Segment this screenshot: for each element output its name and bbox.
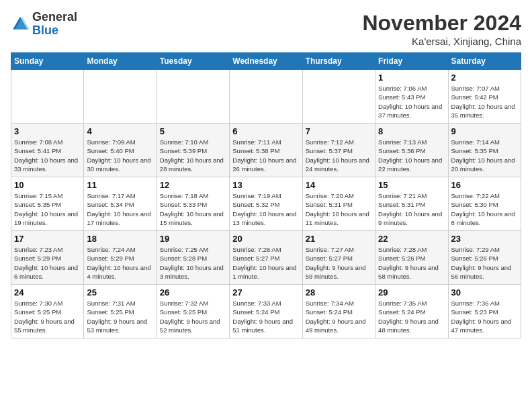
calendar-cell: 26Sunrise: 7:32 AMSunset: 5:25 PMDayligh… xyxy=(157,285,229,338)
calendar-cell: 9Sunrise: 7:14 AMSunset: 5:35 PMDaylight… xyxy=(448,124,521,177)
day-info: Sunrise: 7:31 AMSunset: 5:25 PMDaylight:… xyxy=(87,299,153,334)
day-info: Sunrise: 7:15 AMSunset: 5:35 PMDaylight:… xyxy=(14,191,81,227)
day-number: 10 xyxy=(14,180,81,190)
day-info: Sunrise: 7:26 AMSunset: 5:27 PMDaylight:… xyxy=(232,245,299,281)
day-info: Sunrise: 7:13 AMSunset: 5:36 PMDaylight:… xyxy=(378,138,445,173)
day-info: Sunrise: 7:21 AMSunset: 5:31 PMDaylight:… xyxy=(378,191,445,227)
month-title: November 2024 xyxy=(362,11,521,36)
calendar-cell: 29Sunrise: 7:35 AMSunset: 5:24 PMDayligh… xyxy=(375,285,448,338)
calendar-cell: 18Sunrise: 7:24 AMSunset: 5:29 PMDayligh… xyxy=(84,231,157,285)
day-info: Sunrise: 7:32 AMSunset: 5:25 PMDaylight:… xyxy=(160,299,226,334)
weekday-header-tuesday: Tuesday xyxy=(157,53,229,70)
day-number: 2 xyxy=(451,73,518,83)
calendar-cell: 8Sunrise: 7:13 AMSunset: 5:36 PMDaylight… xyxy=(375,124,448,177)
day-info: Sunrise: 7:19 AMSunset: 5:32 PMDaylight:… xyxy=(232,191,299,227)
day-info: Sunrise: 7:22 AMSunset: 5:30 PMDaylight:… xyxy=(451,191,518,227)
calendar-cell: 6Sunrise: 7:11 AMSunset: 5:38 PMDaylight… xyxy=(230,124,302,177)
day-info: Sunrise: 7:29 AMSunset: 5:26 PMDaylight:… xyxy=(451,245,518,281)
week-row-5: 24Sunrise: 7:30 AMSunset: 5:25 PMDayligh… xyxy=(11,285,521,338)
calendar-table: SundayMondayTuesdayWednesdayThursdayFrid… xyxy=(11,52,521,338)
day-number: 11 xyxy=(87,180,153,190)
calendar-cell: 16Sunrise: 7:22 AMSunset: 5:30 PMDayligh… xyxy=(448,177,521,231)
day-info: Sunrise: 7:18 AMSunset: 5:33 PMDaylight:… xyxy=(160,191,226,227)
day-number: 28 xyxy=(306,287,372,298)
calendar-cell: 24Sunrise: 7:30 AMSunset: 5:25 PMDayligh… xyxy=(11,285,84,338)
weekday-header-sunday: Sunday xyxy=(11,53,84,70)
day-number: 4 xyxy=(87,126,153,136)
weekday-header-friday: Friday xyxy=(375,53,448,70)
day-info: Sunrise: 7:12 AMSunset: 5:37 PMDaylight:… xyxy=(306,138,372,173)
weekday-header-wednesday: Wednesday xyxy=(230,53,302,70)
day-number: 27 xyxy=(232,287,299,298)
day-number: 17 xyxy=(14,234,81,244)
day-info: Sunrise: 7:36 AMSunset: 5:23 PMDaylight:… xyxy=(451,299,518,334)
week-row-1: 1Sunrise: 7:06 AMSunset: 5:43 PMDaylight… xyxy=(11,70,521,124)
day-info: Sunrise: 7:24 AMSunset: 5:29 PMDaylight:… xyxy=(87,245,153,281)
calendar-cell: 23Sunrise: 7:29 AMSunset: 5:26 PMDayligh… xyxy=(448,231,521,285)
day-number: 6 xyxy=(232,126,299,136)
weekday-header-monday: Monday xyxy=(84,53,157,70)
calendar-cell: 1Sunrise: 7:06 AMSunset: 5:43 PMDaylight… xyxy=(375,70,448,124)
calendar-cell: 12Sunrise: 7:18 AMSunset: 5:33 PMDayligh… xyxy=(157,177,229,231)
day-number: 24 xyxy=(14,287,81,298)
calendar-cell xyxy=(230,70,302,124)
calendar-cell: 20Sunrise: 7:26 AMSunset: 5:27 PMDayligh… xyxy=(230,231,302,285)
calendar-cell xyxy=(302,70,375,124)
day-number: 12 xyxy=(160,180,226,190)
logo: General Blue xyxy=(11,11,77,38)
logo-icon xyxy=(11,15,30,34)
day-number: 5 xyxy=(160,126,226,136)
weekday-header-thursday: Thursday xyxy=(302,53,375,70)
calendar-cell: 3Sunrise: 7:08 AMSunset: 5:41 PMDaylight… xyxy=(11,124,84,177)
page-header: General Blue November 2024 Ka'ersai, Xin… xyxy=(11,11,521,47)
day-number: 19 xyxy=(160,234,226,244)
day-info: Sunrise: 7:08 AMSunset: 5:41 PMDaylight:… xyxy=(14,138,81,173)
calendar-cell: 15Sunrise: 7:21 AMSunset: 5:31 PMDayligh… xyxy=(375,177,448,231)
day-info: Sunrise: 7:34 AMSunset: 5:24 PMDaylight:… xyxy=(306,299,372,334)
calendar-cell: 27Sunrise: 7:33 AMSunset: 5:24 PMDayligh… xyxy=(230,285,302,338)
day-number: 15 xyxy=(378,180,445,190)
calendar-cell: 22Sunrise: 7:28 AMSunset: 5:26 PMDayligh… xyxy=(375,231,448,285)
day-number: 16 xyxy=(451,180,518,190)
day-number: 8 xyxy=(378,126,445,136)
week-row-3: 10Sunrise: 7:15 AMSunset: 5:35 PMDayligh… xyxy=(11,177,521,231)
day-info: Sunrise: 7:09 AMSunset: 5:40 PMDaylight:… xyxy=(87,138,153,173)
day-number: 26 xyxy=(160,287,226,298)
day-info: Sunrise: 7:11 AMSunset: 5:38 PMDaylight:… xyxy=(232,138,299,173)
day-number: 22 xyxy=(378,234,445,244)
day-info: Sunrise: 7:27 AMSunset: 5:27 PMDaylight:… xyxy=(306,245,372,281)
calendar-cell: 11Sunrise: 7:17 AMSunset: 5:34 PMDayligh… xyxy=(84,177,157,231)
calendar-cell: 21Sunrise: 7:27 AMSunset: 5:27 PMDayligh… xyxy=(302,231,375,285)
day-number: 30 xyxy=(451,287,518,298)
day-info: Sunrise: 7:06 AMSunset: 5:43 PMDaylight:… xyxy=(378,84,445,120)
day-info: Sunrise: 7:30 AMSunset: 5:25 PMDaylight:… xyxy=(14,299,81,334)
calendar-body: 1Sunrise: 7:06 AMSunset: 5:43 PMDaylight… xyxy=(11,70,521,338)
calendar-cell: 10Sunrise: 7:15 AMSunset: 5:35 PMDayligh… xyxy=(11,177,84,231)
week-row-2: 3Sunrise: 7:08 AMSunset: 5:41 PMDaylight… xyxy=(11,124,521,177)
logo-blue-text: Blue xyxy=(32,24,58,37)
day-number: 7 xyxy=(306,126,372,136)
day-number: 13 xyxy=(232,180,299,190)
day-info: Sunrise: 7:07 AMSunset: 5:42 PMDaylight:… xyxy=(451,84,518,120)
day-info: Sunrise: 7:14 AMSunset: 5:35 PMDaylight:… xyxy=(451,138,518,173)
day-info: Sunrise: 7:35 AMSunset: 5:24 PMDaylight:… xyxy=(378,299,445,334)
calendar-cell: 25Sunrise: 7:31 AMSunset: 5:25 PMDayligh… xyxy=(84,285,157,338)
day-number: 21 xyxy=(306,234,372,244)
day-info: Sunrise: 7:20 AMSunset: 5:31 PMDaylight:… xyxy=(306,191,372,227)
calendar-cell: 17Sunrise: 7:23 AMSunset: 5:29 PMDayligh… xyxy=(11,231,84,285)
calendar-cell xyxy=(11,70,84,124)
calendar-cell: 14Sunrise: 7:20 AMSunset: 5:31 PMDayligh… xyxy=(302,177,375,231)
week-row-4: 17Sunrise: 7:23 AMSunset: 5:29 PMDayligh… xyxy=(11,231,521,285)
day-info: Sunrise: 7:28 AMSunset: 5:26 PMDaylight:… xyxy=(378,245,445,281)
calendar-cell: 28Sunrise: 7:34 AMSunset: 5:24 PMDayligh… xyxy=(302,285,375,338)
day-number: 25 xyxy=(87,287,153,298)
day-number: 1 xyxy=(378,73,445,83)
calendar-cell: 19Sunrise: 7:25 AMSunset: 5:28 PMDayligh… xyxy=(157,231,229,285)
calendar-cell xyxy=(84,70,157,124)
calendar-cell: 13Sunrise: 7:19 AMSunset: 5:32 PMDayligh… xyxy=(230,177,302,231)
weekday-header-saturday: Saturday xyxy=(448,53,521,70)
day-info: Sunrise: 7:10 AMSunset: 5:39 PMDaylight:… xyxy=(160,138,226,173)
weekday-header-row: SundayMondayTuesdayWednesdayThursdayFrid… xyxy=(11,53,521,70)
day-info: Sunrise: 7:33 AMSunset: 5:24 PMDaylight:… xyxy=(232,299,299,334)
calendar-cell: 2Sunrise: 7:07 AMSunset: 5:42 PMDaylight… xyxy=(448,70,521,124)
